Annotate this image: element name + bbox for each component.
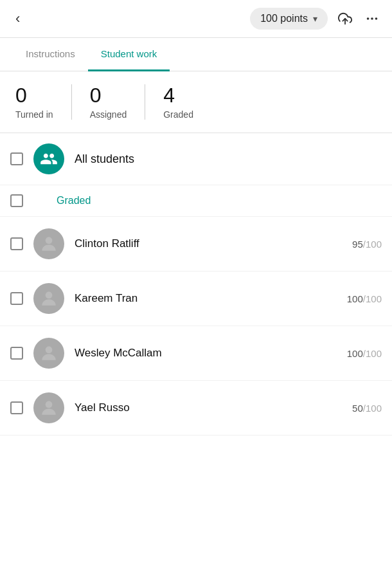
student-score: 95/100 xyxy=(352,239,382,250)
header: ‹ 100 points ▾ xyxy=(0,0,392,38)
student-score: 50/100 xyxy=(352,403,382,414)
score-max: /100 xyxy=(363,403,382,414)
student-name: Yael Russo xyxy=(75,401,352,414)
svg-point-1 xyxy=(367,17,370,20)
student-list: All students Graded Clinton Ratliff 95/1… xyxy=(0,133,392,436)
graded-label: Graded xyxy=(163,109,193,120)
svg-point-7 xyxy=(46,401,53,409)
svg-point-4 xyxy=(46,237,53,244)
avatar xyxy=(33,392,64,423)
tab-instructions[interactable]: Instructions xyxy=(13,38,88,71)
turned-in-label: Turned in xyxy=(15,109,53,120)
tab-student-work[interactable]: Student work xyxy=(88,38,170,71)
stat-turned-in: 0 Turned in xyxy=(15,84,71,120)
student-score: 100/100 xyxy=(347,348,382,359)
student-score: 100/100 xyxy=(347,293,382,304)
student-name: Clinton Ratliff xyxy=(75,237,352,250)
all-students-avatar xyxy=(33,143,64,174)
student-name: Kareem Tran xyxy=(75,292,347,305)
svg-point-5 xyxy=(46,292,53,299)
svg-point-2 xyxy=(371,17,373,20)
assigned-label: Assigned xyxy=(90,109,127,120)
avatar xyxy=(33,228,64,259)
graded-section-header[interactable]: Graded xyxy=(0,185,392,217)
all-students-label: All students xyxy=(75,152,134,166)
student-checkbox[interactable] xyxy=(10,347,23,360)
assigned-number: 0 xyxy=(90,84,102,107)
student-name: Wesley McCallam xyxy=(75,347,347,360)
person-icon xyxy=(39,288,59,309)
graded-section-label: Graded xyxy=(57,195,91,207)
person-icon xyxy=(39,398,59,418)
graded-number: 4 xyxy=(163,84,175,107)
header-left: ‹ xyxy=(10,9,25,28)
student-checkbox[interactable] xyxy=(10,401,23,414)
more-options-button[interactable] xyxy=(362,9,382,28)
upload-icon xyxy=(338,12,352,26)
person-icon xyxy=(39,234,59,254)
score-max: /100 xyxy=(363,239,382,250)
all-students-row[interactable]: All students xyxy=(0,133,392,185)
table-row[interactable]: Yael Russo 50/100 xyxy=(0,381,392,436)
score-max: /100 xyxy=(363,293,382,304)
student-rows-container: Clinton Ratliff 95/100 Kareem Tran 100/1… xyxy=(0,217,392,436)
points-label: 100 points xyxy=(260,13,308,24)
share-button[interactable] xyxy=(335,9,355,28)
person-icon xyxy=(39,343,59,363)
back-button[interactable]: ‹ xyxy=(10,9,25,28)
all-students-checkbox[interactable] xyxy=(10,152,23,165)
stat-graded: 4 Graded xyxy=(145,84,211,120)
table-row[interactable]: Kareem Tran 100/100 xyxy=(0,271,392,326)
points-dropdown[interactable]: 100 points ▾ xyxy=(250,8,328,30)
avatar xyxy=(33,283,64,314)
svg-point-3 xyxy=(375,17,378,20)
more-options-icon xyxy=(365,12,379,26)
stat-assigned: 0 Assigned xyxy=(71,84,145,120)
table-row[interactable]: Wesley McCallam 100/100 xyxy=(0,326,392,381)
svg-point-6 xyxy=(46,347,53,354)
student-checkbox[interactable] xyxy=(10,292,23,305)
stats-row: 0 Turned in 0 Assigned 4 Graded xyxy=(0,71,392,133)
group-icon xyxy=(40,150,58,168)
score-max: /100 xyxy=(363,348,382,359)
turned-in-number: 0 xyxy=(15,84,27,107)
student-checkbox[interactable] xyxy=(10,237,23,250)
avatar xyxy=(33,338,64,369)
graded-section-checkbox[interactable] xyxy=(10,194,23,207)
header-right: 100 points ▾ xyxy=(250,8,382,30)
chevron-down-icon: ▾ xyxy=(313,14,317,24)
table-row[interactable]: Clinton Ratliff 95/100 xyxy=(0,217,392,271)
tabs-container: Instructions Student work xyxy=(0,38,392,71)
